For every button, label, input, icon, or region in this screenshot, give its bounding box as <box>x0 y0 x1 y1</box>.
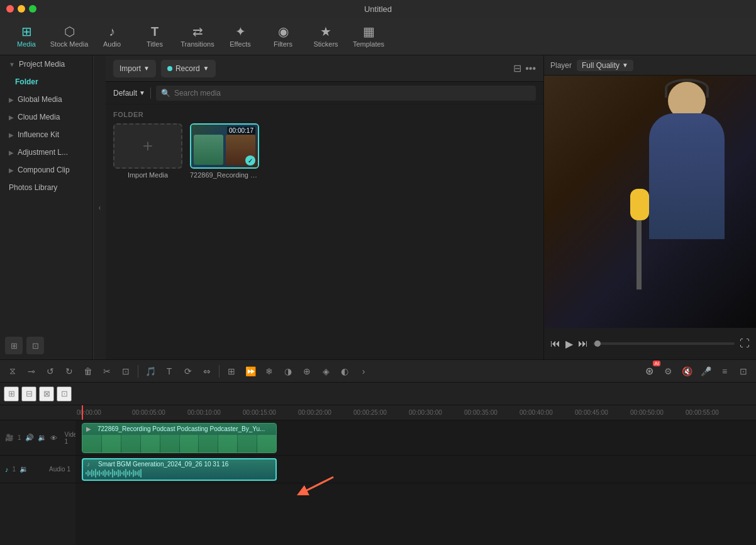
track-settings-button[interactable]: ⊟ <box>21 386 36 402</box>
default-label: Default <box>113 89 137 98</box>
search-input[interactable] <box>174 89 531 98</box>
sidebar-item-influence-kit[interactable]: ▶ Influence Kit <box>0 126 92 143</box>
track-area: 00:00:00 00:00:05:00 00:00:10:00 00:00:1… <box>75 405 756 545</box>
filter-settings-button[interactable]: ⊟ <box>513 62 521 74</box>
delete-button[interactable]: ⊡ <box>26 337 44 354</box>
undo-button[interactable]: ↺ <box>42 363 59 379</box>
fullscreen-toggle-button[interactable]: ⛶ <box>740 338 750 349</box>
zoom-fit-button[interactable]: ⊞ <box>223 363 240 379</box>
progress-bar[interactable] <box>593 342 735 345</box>
audio-detach-button[interactable]: 🎵 <box>142 363 159 379</box>
wave-25 <box>131 472 132 475</box>
wave-27 <box>135 471 136 476</box>
toolbar-item-effects[interactable]: ✦ Effects <box>219 20 262 53</box>
settings-button[interactable]: ⚙ <box>659 363 677 379</box>
selected-check-icon: ✓ <box>245 155 255 166</box>
media-grid: + Import Media 00:00:17 ✓ <box>113 123 536 179</box>
timeline-toolbar: ⧖ ⊸ ↺ ↻ 🗑 ✂ ⊡ 🎵 T ⟳ ⇔ ⊞ ⏩ ❄ ◑ ⊕ ◈ ◐ › ⊛ … <box>0 360 756 383</box>
track-lock-button[interactable]: ⊡ <box>57 386 72 402</box>
add-track-button[interactable]: ⊞ <box>4 386 19 402</box>
video-eye-button[interactable]: 👁 <box>50 434 57 442</box>
step-forward-button[interactable]: ⏭ <box>578 338 588 349</box>
default-view-button[interactable]: Default ▼ <box>113 89 145 98</box>
wave-20 <box>121 472 123 475</box>
import-button[interactable]: Import ▼ <box>113 60 156 77</box>
close-button[interactable] <box>6 5 14 13</box>
blend-button[interactable]: ◐ <box>336 363 353 379</box>
player-header: Player Full Quality ▼ <box>544 55 756 76</box>
toolbar-label-transitions: Transitions <box>181 40 214 48</box>
sidebar-item-compound-clip[interactable]: ▶ Compound Clip <box>0 161 92 179</box>
toolbar-item-audio[interactable]: ♪ Audio <box>91 20 133 53</box>
recording-label: 722869_Recording P... <box>190 171 259 179</box>
sidebar-collapse-button[interactable]: ‹ <box>93 55 106 359</box>
sidebar-item-adjustment[interactable]: ▶ Adjustment L... <box>0 143 92 161</box>
minimize-button[interactable] <box>18 5 25 13</box>
mic-button[interactable]: 🎤 <box>697 363 714 379</box>
rotate-button[interactable]: ⟳ <box>179 363 197 379</box>
crop-button[interactable]: ⊡ <box>117 363 135 379</box>
color-button[interactable]: ◑ <box>279 363 297 379</box>
audio-mute-button[interactable]: 🔉 <box>19 465 28 473</box>
person-body <box>649 113 725 239</box>
recording-thumb: 00:00:17 ✓ <box>190 123 259 169</box>
ripple-button[interactable]: ⊸ <box>23 363 40 379</box>
redo-button[interactable]: ↻ <box>60 363 78 379</box>
toolbar-item-filters[interactable]: ◉ Filters <box>262 20 304 53</box>
video-clip[interactable]: ▶ 722869_Recording Podcast Podcasting Po… <box>82 423 277 453</box>
markers-button[interactable]: ◈ <box>317 363 335 379</box>
sidebar-item-project-media[interactable]: ▼ Project Media <box>0 55 92 73</box>
toolbar-item-titles[interactable]: T Titles <box>133 20 176 53</box>
wave-3 <box>89 471 91 475</box>
sidebar-item-global-media[interactable]: ▶ Global Media <box>0 91 92 108</box>
sidebar-item-cloud-media[interactable]: ▶ Cloud Media <box>0 108 92 126</box>
ruler-time-6: 00:00:30:00 <box>409 409 442 416</box>
audio-clip-music-icon: ♪ <box>87 461 90 468</box>
video-mute-button[interactable]: 🔊 <box>25 434 34 442</box>
sidebar-item-photos-library[interactable]: Photos Library <box>0 179 92 196</box>
wave-9 <box>101 472 102 475</box>
mirror-button[interactable]: ⇔ <box>198 363 216 379</box>
video-volume-button[interactable]: 🔉 <box>38 434 47 442</box>
wave-18 <box>118 469 119 477</box>
ai-button[interactable]: ⊛ AI <box>640 363 658 379</box>
media-item-recording[interactable]: 00:00:17 ✓ 722869_Recording P... <box>190 123 259 179</box>
toolbar-item-stock-media[interactable]: ⬡ Stock Media <box>48 20 91 53</box>
toolbar-item-media[interactable]: ⊞ Media <box>5 20 48 53</box>
quality-chevron-icon: ▼ <box>622 62 628 69</box>
delete-clip-button[interactable]: 🗑 <box>79 363 97 379</box>
quality-select[interactable]: Full Quality ▼ <box>577 60 633 71</box>
record-button[interactable]: Record ▼ <box>161 60 216 77</box>
playhead[interactable] <box>82 405 83 420</box>
toolbar-item-stickers[interactable]: ★ Stickers <box>304 20 347 53</box>
audio-icon: ♪ <box>109 25 115 38</box>
stabilize-button[interactable]: ⊕ <box>298 363 316 379</box>
sidebar-item-folder[interactable]: Folder <box>0 73 92 91</box>
sidebar: ▼ Project Media Folder ▶ Global Media ▶ … <box>0 55 93 359</box>
player-controls: ⏮ ▶ ⏭ ⛶ <box>544 328 756 359</box>
progress-handle[interactable] <box>594 340 601 347</box>
sidebar-bottom: ⊞ ⊡ <box>0 332 92 359</box>
toolbar-item-transitions[interactable]: ⇄ Transitions <box>176 20 219 53</box>
export-button[interactable]: ⊡ <box>735 363 752 379</box>
new-folder-button[interactable]: ⊞ <box>5 337 23 354</box>
step-back-button[interactable]: ⏮ <box>550 338 560 349</box>
toolbar-item-templates[interactable]: ▦ Templates <box>347 20 390 53</box>
more-tools-button[interactable]: › <box>355 363 372 379</box>
play-pause-button[interactable]: ▶ <box>565 338 573 350</box>
noise-button[interactable]: 🔇 <box>678 363 696 379</box>
freeze-button[interactable]: ❄ <box>260 363 278 379</box>
audio-clip[interactable]: ♪ Smart BGM Generation_2024_09_26 10 31 … <box>82 458 277 481</box>
ruler-labels: 00:00:00 00:00:05:00 00:00:10:00 00:00:1… <box>75 405 756 420</box>
cut-button[interactable]: ✂ <box>98 363 116 379</box>
wave-29 <box>138 470 140 476</box>
subtitle-button[interactable]: ≡ <box>716 363 733 379</box>
transitions-icon: ⇄ <box>192 25 203 38</box>
split-button[interactable]: ⧖ <box>4 363 21 379</box>
text-button[interactable]: T <box>160 363 178 379</box>
speed-button[interactable]: ⏩ <box>242 363 259 379</box>
track-snap-button[interactable]: ⊠ <box>39 386 54 402</box>
fullscreen-button[interactable] <box>29 5 36 13</box>
media-item-import[interactable]: + Import Media <box>113 123 182 179</box>
more-options-button[interactable]: ••• <box>525 62 536 74</box>
